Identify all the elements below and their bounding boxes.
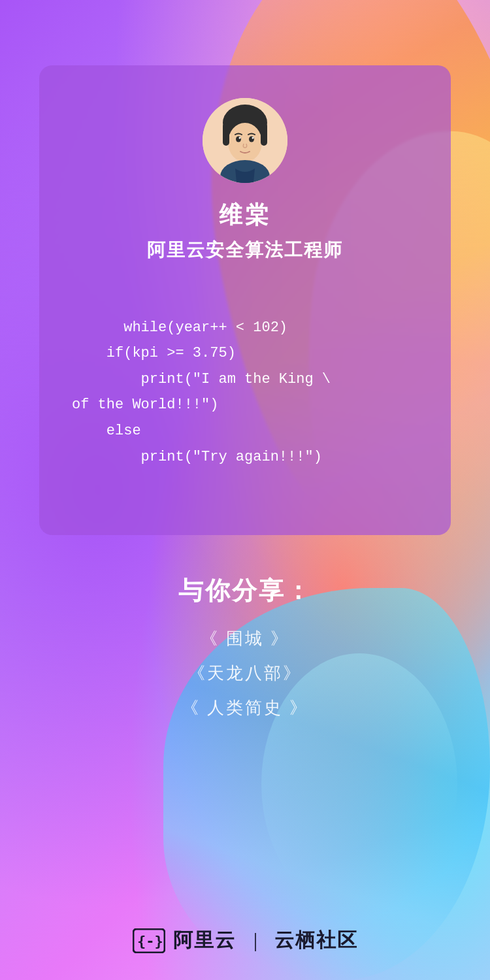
code-line-4: of the World!!!") <box>72 397 218 413</box>
svg-point-10 <box>252 137 254 139</box>
code-line-5: else <box>72 423 141 439</box>
page-content: 维棠 阿里云安全算法工程师 while(year++ < 102) if(kpi… <box>0 0 490 980</box>
share-title: 与你分享： <box>178 574 312 608</box>
svg-text:{-}: {-} <box>137 933 163 949</box>
book-item-3: 《 人类简史 》 <box>182 696 308 719</box>
footer-divider: ｜ <box>246 928 264 953</box>
code-line-6: print("Try again!!!") <box>72 449 322 465</box>
svg-rect-3 <box>223 123 229 146</box>
avatar <box>203 98 287 183</box>
person-title: 阿里云安全算法工程师 <box>147 238 343 263</box>
brand-logo: {-} <box>133 928 165 953</box>
code-line-3: print("I am the King \ <box>72 371 331 387</box>
aliyun-logo-icon: {-} <box>133 928 165 953</box>
avatar-image <box>203 98 287 183</box>
footer-community: 云栖社区 <box>274 927 358 954</box>
code-block: while(year++ < 102) if(kpi >= 3.75) prin… <box>72 289 418 496</box>
svg-point-2 <box>228 123 262 162</box>
book-item-2: 《天龙八部》 <box>188 662 302 685</box>
code-line-1: while(year++ < 102) <box>123 319 287 336</box>
svg-point-9 <box>239 137 241 139</box>
footer: {-} 阿里云 ｜ 云栖社区 <box>0 927 490 954</box>
profile-card: 维棠 阿里云安全算法工程师 while(year++ < 102) if(kpi… <box>39 65 451 535</box>
footer-brand: 阿里云 <box>173 927 236 954</box>
code-line-2: if(kpi >= 3.75) <box>72 345 236 361</box>
share-section: 与你分享： 《 围城 》 《天龙八部》 《 人类简史 》 <box>0 574 490 731</box>
person-name: 维棠 <box>219 199 271 231</box>
book-item-1: 《 围城 》 <box>201 627 289 650</box>
svg-rect-4 <box>261 123 267 146</box>
